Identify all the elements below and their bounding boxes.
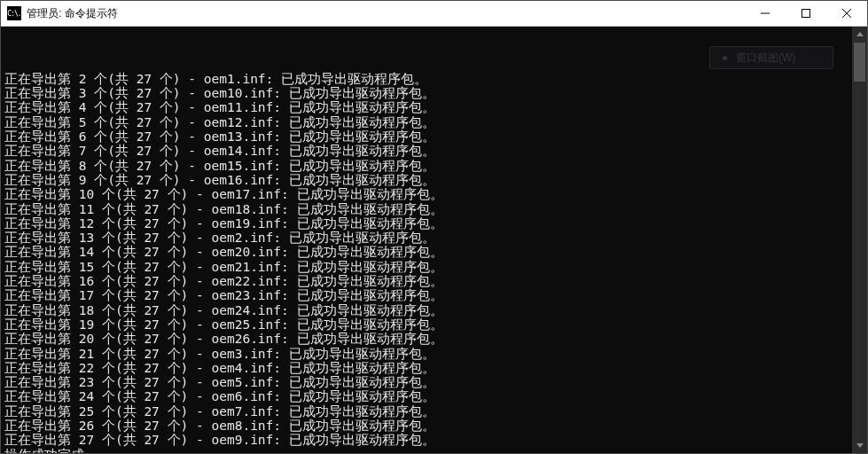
- console-line: 正在导出第 12 个(共 27 个) - oem19.inf: 已成功导出驱动程…: [4, 216, 852, 231]
- command-prompt-window: C:\. 管理员: 命令提示符 窗口截图(W) 正在导出第 2 个(共 27 个…: [0, 0, 868, 454]
- window-title: 管理员: 命令提示符: [27, 6, 745, 21]
- console-line: 正在导出第 9 个(共 27 个) - oem16.inf: 已成功导出驱动程序…: [4, 173, 852, 187]
- console-line: 正在导出第 15 个(共 27 个) - oem21.inf: 已成功导出驱动程…: [4, 260, 852, 274]
- titlebar[interactable]: C:\. 管理员: 命令提示符: [1, 1, 867, 27]
- screenshot-overlay-label: 窗口截图(W): [736, 51, 795, 65]
- console-line: 正在导出第 3 个(共 27 个) - oem10.inf: 已成功导出驱动程序…: [4, 86, 852, 100]
- console-line: 正在导出第 6 个(共 27 个) - oem13.inf: 已成功导出驱动程序…: [4, 129, 852, 144]
- scroll-down-button[interactable]: [852, 438, 867, 453]
- window-controls: [745, 1, 867, 26]
- console-line: 正在导出第 7 个(共 27 个) - oem14.inf: 已成功导出驱动程序…: [4, 144, 852, 158]
- console-line: 正在导出第 13 个(共 27 个) - oem2.inf: 已成功导出驱动程序…: [4, 231, 852, 245]
- screenshot-overlay-button[interactable]: 窗口截图(W): [709, 46, 833, 69]
- maximize-button[interactable]: [786, 1, 826, 26]
- minimize-button[interactable]: [745, 1, 786, 26]
- console-line: 正在导出第 27 个(共 27 个) - oem9.inf: 已成功导出驱动程序…: [4, 433, 852, 447]
- console-line: 正在导出第 25 个(共 27 个) - oem7.inf: 已成功导出驱动程序…: [4, 404, 852, 419]
- dot-icon: [723, 56, 727, 60]
- svg-rect-1: [802, 10, 810, 18]
- console-output[interactable]: 窗口截图(W) 正在导出第 2 个(共 27 个) - oem1.inf: 已成…: [1, 27, 852, 453]
- console-line: 正在导出第 2 个(共 27 个) - oem1.inf: 已成功导出驱动程序包…: [4, 72, 852, 86]
- console-line: 正在导出第 17 个(共 27 个) - oem23.inf: 已成功导出驱动程…: [4, 288, 852, 302]
- console-line: 正在导出第 16 个(共 27 个) - oem22.inf: 已成功导出驱动程…: [4, 274, 852, 288]
- console-line: 正在导出第 22 个(共 27 个) - oem4.inf: 已成功导出驱动程序…: [4, 361, 852, 375]
- console-line: 正在导出第 18 个(共 27 个) - oem24.inf: 已成功导出驱动程…: [4, 303, 852, 317]
- svg-marker-4: [856, 32, 864, 36]
- console-line: 正在导出第 24 个(共 27 个) - oem6.inf: 已成功导出驱动程序…: [4, 389, 852, 403]
- console-line: 正在导出第 4 个(共 27 个) - oem11.inf: 已成功导出驱动程序…: [4, 100, 852, 114]
- console-line: 正在导出第 26 个(共 27 个) - oem8.inf: 已成功导出驱动程序…: [4, 419, 852, 433]
- close-button[interactable]: [826, 1, 867, 26]
- console-line: 操作成功完成。: [4, 448, 852, 453]
- client-area: 窗口截图(W) 正在导出第 2 个(共 27 个) - oem1.inf: 已成…: [1, 27, 867, 453]
- console-line: 正在导出第 23 个(共 27 个) - oem5.inf: 已成功导出驱动程序…: [4, 375, 852, 389]
- console-line: 正在导出第 5 个(共 27 个) - oem12.inf: 已成功导出驱动程序…: [4, 115, 852, 129]
- console-line: 正在导出第 14 个(共 27 个) - oem20.inf: 已成功导出驱动程…: [4, 245, 852, 259]
- svg-marker-5: [856, 443, 864, 448]
- console-line: 正在导出第 11 个(共 27 个) - oem18.inf: 已成功导出驱动程…: [4, 202, 852, 216]
- scrollbar-thumb[interactable]: [854, 43, 865, 82]
- scroll-up-button[interactable]: [852, 27, 867, 42]
- console-line: 正在导出第 10 个(共 27 个) - oem17.inf: 已成功导出驱动程…: [4, 187, 852, 201]
- console-line: 正在导出第 20 个(共 27 个) - oem26.inf: 已成功导出驱动程…: [4, 332, 852, 346]
- app-icon: C:\.: [7, 6, 21, 20]
- console-line: 正在导出第 19 个(共 27 个) - oem25.inf: 已成功导出驱动程…: [4, 317, 852, 332]
- vertical-scrollbar[interactable]: [852, 27, 867, 453]
- console-line: 正在导出第 8 个(共 27 个) - oem15.inf: 已成功导出驱动程序…: [4, 159, 852, 173]
- console-line: 正在导出第 21 个(共 27 个) - oem3.inf: 已成功导出驱动程序…: [4, 347, 852, 361]
